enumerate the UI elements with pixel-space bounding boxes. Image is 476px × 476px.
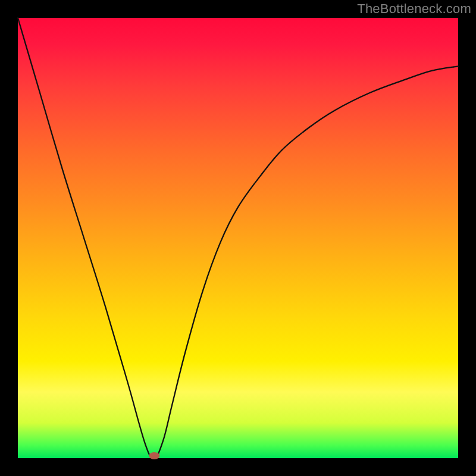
plot-area: [18, 18, 458, 458]
bottleneck-curve: [18, 18, 458, 458]
watermark-text: TheBottleneck.com: [357, 1, 471, 17]
minimum-marker: [149, 452, 159, 459]
chart-frame: TheBottleneck.com: [0, 0, 476, 476]
curve-layer: [18, 18, 458, 458]
